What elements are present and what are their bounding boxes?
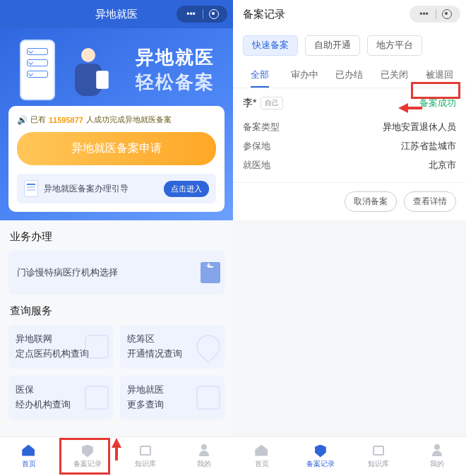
person-illustration: [64, 48, 113, 105]
home-icon: [255, 445, 268, 456]
more-icon[interactable]: •••: [186, 10, 197, 18]
navbar-left: 异地就医 •••: [0, 0, 233, 28]
hero-card: 🔊 已有 11595877 人成功完成异地就医备案 异地就医备案申请 异地就医备…: [8, 106, 225, 212]
apply-button[interactable]: 异地就医备案申请: [17, 132, 216, 165]
success-stat: 🔊 已有 11595877 人成功完成异地就医备案: [17, 114, 216, 125]
empty-area: [233, 220, 466, 446]
close-miniapp-icon[interactable]: [209, 9, 219, 19]
chip-self[interactable]: 自助开通: [305, 35, 360, 56]
tab-mine[interactable]: 我的: [175, 437, 234, 476]
hero-title: 异地就医 轻松备案: [136, 45, 215, 95]
hospital-icon: [201, 262, 220, 283]
book-icon: [140, 446, 151, 456]
cancel-record-button[interactable]: 取消备案: [345, 191, 397, 212]
hero: 异地就医 轻松备案 🔊 已有 11595877 人成功完成异地就医备案 异地就医…: [0, 28, 233, 220]
status-tabs: 全部 审办中 已办结 已关闭 被退回: [233, 63, 466, 88]
query-agency[interactable]: 医保经办机构查询: [8, 376, 113, 420]
hero-banner: 异地就医 轻松备案: [8, 28, 225, 106]
record-name: 李* 自己: [243, 97, 283, 109]
guide-enter-button[interactable]: 点击进入: [164, 181, 209, 197]
chip-fast[interactable]: 快速备案: [243, 35, 298, 56]
right-pane: 备案记录 ••• 快速备案 自助开通 地方平台 全部 审办中 已办结 已关闭 被…: [233, 0, 466, 476]
section-query-title: 查询服务: [0, 294, 233, 325]
section-business-title: 业务办理: [0, 220, 233, 251]
query-networked-pharmacy[interactable]: 异地联网定点医药机构查询: [8, 325, 113, 369]
tab-records[interactable]: 备案记录: [59, 437, 117, 476]
miniapp-capsule[interactable]: •••: [410, 6, 460, 23]
shield-icon: [315, 445, 326, 458]
chip-local[interactable]: 地方平台: [367, 35, 422, 56]
tab-done[interactable]: 已办结: [327, 63, 372, 88]
tabbar-right: 首页 备案记录 知识库 我的: [233, 436, 466, 476]
tab-all[interactable]: 全部: [237, 63, 282, 88]
guide-text: 异地就医备案办理引导: [44, 183, 129, 195]
user-icon: [199, 451, 209, 456]
tab-knowledge[interactable]: 知识库: [116, 437, 175, 476]
query-more[interactable]: 异地就医更多查询: [120, 376, 225, 420]
nav-title: 异地就医: [95, 8, 138, 21]
query-region-status[interactable]: 统筹区开通情况查询: [120, 325, 225, 369]
left-pane: 异地就医 ••• 异地就医 轻松备案 🔊 已有 11595877: [0, 0, 233, 476]
more-query-icon: [196, 386, 220, 410]
more-icon[interactable]: •••: [419, 10, 430, 18]
tab-processing[interactable]: 审办中: [282, 63, 328, 88]
miniapp-capsule[interactable]: •••: [177, 6, 227, 23]
home-icon: [22, 445, 35, 456]
close-miniapp-icon[interactable]: [442, 9, 452, 19]
biz-card-chronic[interactable]: 门诊慢特病医疗机构选择: [8, 251, 225, 294]
phone-illustration: [20, 40, 55, 100]
shield-icon: [82, 445, 93, 458]
tab-closed[interactable]: 已关闭: [372, 63, 417, 88]
tab-knowledge[interactable]: 知识库: [350, 437, 408, 476]
document-icon: [24, 180, 38, 197]
view-detail-button[interactable]: 查看详情: [404, 191, 456, 212]
tab-home[interactable]: 首页: [0, 437, 59, 476]
record-status: 备案成功: [419, 97, 456, 109]
tab-mine[interactable]: 我的: [408, 437, 467, 476]
tab-home[interactable]: 首页: [233, 437, 292, 476]
tabbar-left: 首页 备案记录 知识库 我的: [0, 436, 233, 476]
tab-returned[interactable]: 被退回: [417, 63, 462, 88]
speaker-icon: 🔊: [17, 115, 28, 125]
self-tag: 自己: [261, 97, 283, 109]
guide-row[interactable]: 异地就医备案办理引导 点击进入: [17, 174, 216, 203]
tab-records[interactable]: 备案记录: [292, 437, 350, 476]
record-item: 李* 自己 备案成功 备案类型异地安置退休人员 参保地江苏省盐城市 就医地北京市…: [233, 88, 466, 220]
user-icon: [432, 451, 442, 456]
record-details: 备案类型异地安置退休人员 参保地江苏省盐城市 就医地北京市: [233, 118, 466, 183]
navbar-right: 备案记录 •••: [233, 0, 466, 28]
link-icon: [85, 335, 109, 359]
filter-chips: 快速备案 自助开通 地方平台: [233, 28, 466, 63]
book-icon: [373, 446, 384, 456]
card-icon: [85, 386, 109, 410]
